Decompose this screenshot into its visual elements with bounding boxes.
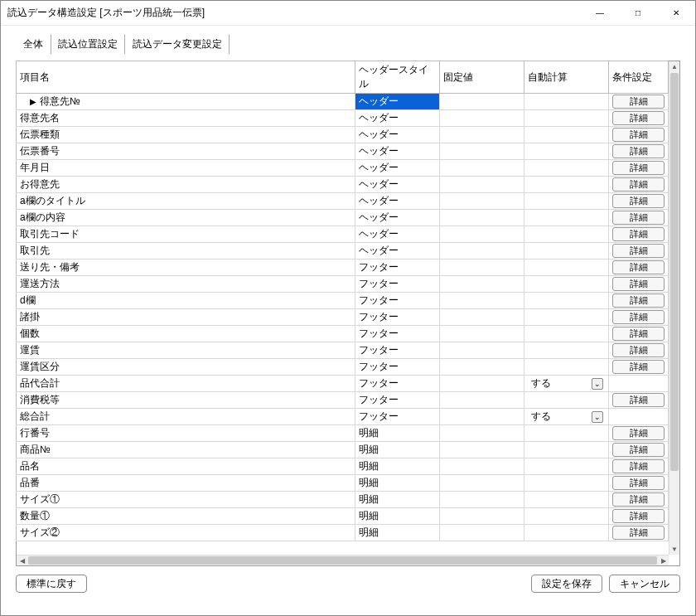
table-row[interactable]: 運賃フッター詳細: [17, 342, 669, 359]
fixed-value-cell[interactable]: [440, 243, 524, 259]
item-name-cell[interactable]: 伝票番号: [17, 143, 355, 160]
fixed-value-cell[interactable]: [440, 309, 524, 326]
detail-button[interactable]: 詳細: [612, 426, 665, 440]
cancel-button[interactable]: キャンセル: [609, 575, 680, 593]
table-row[interactable]: サイズ②明細詳細: [17, 525, 669, 541]
header-style-cell[interactable]: フッター: [355, 326, 439, 342]
header-style-cell[interactable]: ヘッダー: [355, 243, 439, 259]
item-name-cell[interactable]: 伝票種類: [17, 127, 355, 143]
table-row[interactable]: 運送方法フッター詳細: [17, 276, 669, 293]
header-style-cell[interactable]: ヘッダー: [355, 160, 439, 177]
col-header-fixed[interactable]: 固定値: [440, 61, 524, 94]
item-name-cell[interactable]: 商品№: [17, 442, 355, 458]
table-row[interactable]: サイズ①明細詳細: [17, 492, 669, 508]
header-style-cell[interactable]: 明細: [355, 475, 439, 492]
col-header-auto[interactable]: 自動計算: [524, 61, 609, 94]
tab-position-settings[interactable]: 読込位置設定: [51, 34, 125, 54]
table-row[interactable]: 個数フッター詳細: [17, 326, 669, 342]
item-name-cell[interactable]: サイズ②: [17, 525, 355, 541]
auto-calc-dropdown[interactable]: する⌄: [528, 376, 605, 390]
condition-cell[interactable]: 詳細: [609, 525, 669, 541]
item-name-cell[interactable]: 品番: [17, 475, 355, 492]
condition-cell[interactable]: 詳細: [609, 442, 669, 458]
header-style-cell[interactable]: ヘッダー: [355, 94, 439, 110]
condition-cell[interactable]: 詳細: [609, 359, 669, 376]
table-row[interactable]: 数量①明細詳細: [17, 508, 669, 525]
auto-calc-cell[interactable]: [524, 259, 609, 276]
item-name-cell[interactable]: 消費税等: [17, 392, 355, 409]
header-style-cell[interactable]: 明細: [355, 425, 439, 442]
table-row[interactable]: 品番明細詳細: [17, 475, 669, 492]
col-header-style[interactable]: ヘッダースタイル: [355, 61, 439, 94]
item-name-cell[interactable]: お得意先: [17, 177, 355, 193]
fixed-value-cell[interactable]: [440, 143, 524, 160]
item-name-cell[interactable]: 運賃: [17, 342, 355, 359]
condition-cell[interactable]: 詳細: [609, 143, 669, 160]
item-name-cell[interactable]: 取引先: [17, 243, 355, 259]
header-style-cell[interactable]: フッター: [355, 293, 439, 309]
table-row[interactable]: 取引先ヘッダー詳細: [17, 243, 669, 259]
detail-button[interactable]: 詳細: [612, 360, 665, 374]
vertical-scroll-thumb[interactable]: [670, 73, 679, 471]
condition-cell[interactable]: 詳細: [609, 458, 669, 475]
item-name-cell[interactable]: 得意先名: [17, 110, 355, 127]
table-row[interactable]: 伝票番号ヘッダー詳細: [17, 143, 669, 160]
auto-calc-cell[interactable]: [524, 177, 609, 193]
auto-calc-cell[interactable]: [524, 160, 609, 177]
scroll-left-icon[interactable]: ◀: [17, 555, 27, 565]
item-name-cell[interactable]: a欄のタイトル: [17, 193, 355, 210]
condition-cell[interactable]: 詳細: [609, 127, 669, 143]
auto-calc-cell[interactable]: [524, 492, 609, 508]
detail-button[interactable]: 詳細: [612, 343, 665, 357]
minimize-button[interactable]: —: [581, 1, 619, 26]
condition-cell[interactable]: 詳細: [609, 210, 669, 226]
col-header-item[interactable]: 項目名: [17, 61, 355, 94]
auto-calc-cell[interactable]: する⌄: [524, 376, 609, 392]
header-style-cell[interactable]: 明細: [355, 458, 439, 475]
condition-cell[interactable]: 詳細: [609, 309, 669, 326]
detail-button[interactable]: 詳細: [612, 161, 665, 175]
header-style-cell[interactable]: フッター: [355, 409, 439, 425]
close-button[interactable]: ✕: [657, 1, 695, 26]
table-row[interactable]: 総合計フッターする⌄: [17, 409, 669, 425]
fixed-value-cell[interactable]: [440, 359, 524, 376]
fixed-value-cell[interactable]: [440, 177, 524, 193]
detail-button[interactable]: 詳細: [612, 95, 665, 109]
fixed-value-cell[interactable]: [440, 259, 524, 276]
chevron-down-icon[interactable]: ⌄: [592, 378, 603, 390]
auto-calc-cell[interactable]: [524, 193, 609, 210]
fixed-value-cell[interactable]: [440, 492, 524, 508]
table-row[interactable]: 諸掛フッター詳細: [17, 309, 669, 326]
fixed-value-cell[interactable]: [440, 326, 524, 342]
auto-calc-cell[interactable]: [524, 475, 609, 492]
detail-button[interactable]: 詳細: [612, 293, 665, 308]
header-style-cell[interactable]: ヘッダー: [355, 193, 439, 210]
horizontal-scroll-thumb[interactable]: [28, 556, 657, 565]
condition-cell[interactable]: 詳細: [609, 392, 669, 409]
detail-button[interactable]: 詳細: [612, 194, 665, 208]
auto-calc-cell[interactable]: [524, 94, 609, 110]
detail-button[interactable]: 詳細: [612, 393, 665, 407]
condition-cell[interactable]: 詳細: [609, 475, 669, 492]
detail-button[interactable]: 詳細: [612, 443, 665, 457]
condition-cell[interactable]: 詳細: [609, 293, 669, 309]
header-style-cell[interactable]: フッター: [355, 276, 439, 293]
condition-cell[interactable]: 詳細: [609, 508, 669, 525]
header-style-cell[interactable]: フッター: [355, 309, 439, 326]
table-row[interactable]: お得意先ヘッダー詳細: [17, 177, 669, 193]
header-style-cell[interactable]: ヘッダー: [355, 110, 439, 127]
condition-cell[interactable]: 詳細: [609, 110, 669, 127]
condition-cell[interactable]: 詳細: [609, 425, 669, 442]
scroll-up-icon[interactable]: ▲: [669, 61, 679, 72]
tab-data-change-settings[interactable]: 読込データ変更設定: [125, 34, 230, 54]
header-style-cell[interactable]: フッター: [355, 392, 439, 409]
detail-button[interactable]: 詳細: [612, 227, 665, 241]
auto-calc-cell[interactable]: [524, 458, 609, 475]
auto-calc-cell[interactable]: [524, 127, 609, 143]
detail-button[interactable]: 詳細: [612, 509, 665, 523]
auto-calc-cell[interactable]: する⌄: [524, 409, 609, 425]
fixed-value-cell[interactable]: [440, 342, 524, 359]
fixed-value-cell[interactable]: [440, 276, 524, 293]
auto-calc-cell[interactable]: [524, 309, 609, 326]
item-name-cell[interactable]: 品代合計: [17, 376, 355, 392]
